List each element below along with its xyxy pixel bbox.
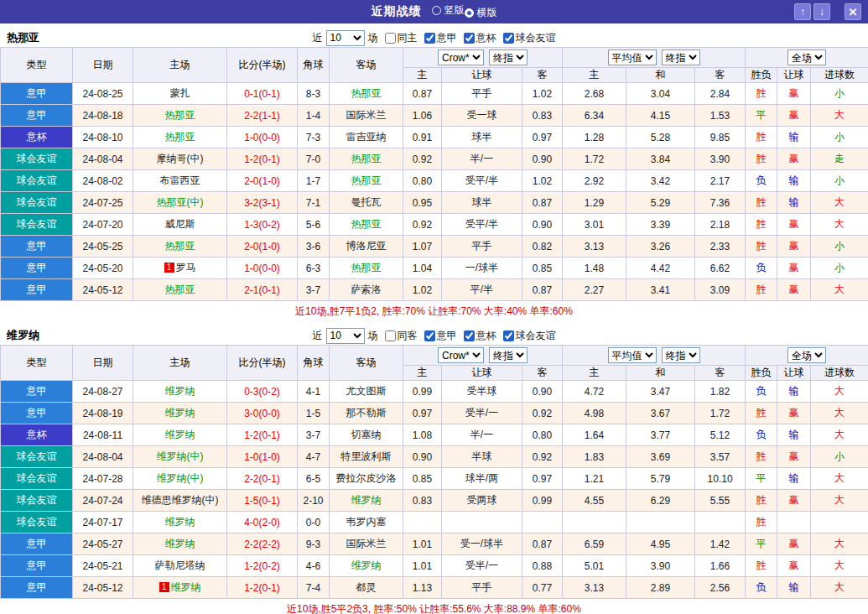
avg-away-odds: 3.09 — [695, 279, 746, 301]
home-team-name[interactable]: 萨勒尼塔纳 — [155, 559, 205, 571]
scroll-up-button[interactable]: ↑ — [794, 3, 811, 20]
away-team-name[interactable]: 切塞纳 — [351, 429, 382, 440]
home-team-name[interactable]: 维罗纳 — [165, 538, 195, 549]
away-team-name[interactable]: 特里波利斯 — [341, 450, 392, 462]
score[interactable]: 2-2(0-1) — [227, 468, 298, 490]
filter-checkbox-league-2[interactable]: 意杯 — [464, 329, 496, 343]
score[interactable]: 2-2(1-1) — [227, 105, 298, 127]
score[interactable]: 2-0(1-0) — [227, 236, 298, 258]
recent-games-select[interactable]: 10 — [326, 328, 365, 344]
filter-checkbox-league-1[interactable]: 意甲 — [424, 329, 457, 343]
checkbox-input[interactable] — [424, 330, 435, 341]
layout-radio-group: 竖版横版 — [432, 3, 497, 20]
home-team-name[interactable]: 维罗纳 — [165, 407, 195, 419]
checkbox-input[interactable] — [503, 330, 514, 341]
filter-checkbox-league-3[interactable]: 球会友谊 — [503, 31, 556, 45]
home-team-name[interactable]: 蒙扎 — [170, 87, 190, 99]
recent-games-select[interactable]: 10 — [326, 30, 365, 46]
score[interactable]: 1-2(0-1) — [227, 577, 298, 599]
score[interactable]: 1-3(0-2) — [227, 214, 298, 236]
away-team-name[interactable]: 博洛尼亚 — [346, 240, 387, 252]
score[interactable]: 1-2(0-2) — [227, 555, 298, 577]
checkbox-input[interactable] — [424, 33, 435, 44]
score[interactable]: 2-0(1-0) — [227, 170, 298, 192]
score[interactable]: 1-0(0-0) — [227, 127, 298, 148]
away-team-name[interactable]: 雷吉亚纳 — [346, 131, 387, 143]
closing-odds-select-2[interactable]: 终指 — [662, 347, 700, 363]
away-team-name[interactable]: 维罗纳 — [351, 494, 382, 506]
company-select[interactable]: Crow* — [438, 347, 484, 363]
home-team-name[interactable]: 威尼斯 — [165, 218, 195, 230]
checkbox-input[interactable] — [464, 33, 475, 44]
home-team-name[interactable]: 热那亚 — [165, 109, 195, 121]
away-team-name[interactable]: 萨索洛 — [351, 284, 382, 295]
home-team-name[interactable]: 维罗纳 — [165, 385, 195, 397]
filter-checkbox-league-2[interactable]: 意杯 — [464, 31, 496, 45]
closing-odds-select[interactable]: 终指 — [489, 347, 528, 363]
closing-odds-select-2[interactable]: 终指 — [662, 49, 700, 65]
score[interactable]: 0-3(0-2) — [227, 381, 298, 403]
home-team-name[interactable]: 维德思维罗纳(中) — [142, 494, 219, 506]
away-team-name[interactable]: 热那亚 — [351, 153, 382, 164]
away-team-name[interactable]: 那不勒斯 — [346, 407, 387, 419]
home-team-name[interactable]: 维罗纳 — [171, 581, 201, 593]
away-team-name[interactable]: 热那亚 — [351, 262, 382, 273]
average-select[interactable]: 平均值 — [608, 347, 657, 363]
score[interactable]: 2-2(2-2) — [227, 533, 298, 555]
away-team-name[interactable]: 曼托瓦 — [351, 196, 382, 208]
filter-checkbox-league-1[interactable]: 意甲 — [424, 31, 457, 45]
away-team-name[interactable]: 尤文图斯 — [346, 385, 387, 397]
filter-checkbox-league-3[interactable]: 球会友谊 — [503, 329, 556, 343]
summary-line: 近10场,胜7平1负2, 胜率:70% 让胜率:70% 大率:40% 单率:60… — [0, 301, 868, 321]
score[interactable]: 4-0(2-0) — [227, 512, 298, 533]
home-team-name[interactable]: 热那亚 — [165, 284, 195, 295]
away-team-name[interactable]: 国际米兰 — [346, 109, 387, 121]
match-scope-select[interactable]: 全场 — [787, 49, 826, 65]
score[interactable]: 2-1(0-1) — [227, 279, 298, 301]
score[interactable]: 0-1(0-1) — [227, 83, 298, 105]
score[interactable]: 1-0(0-0) — [227, 258, 298, 279]
scroll-down-button[interactable]: ↓ — [813, 3, 830, 20]
checkbox-input[interactable] — [503, 33, 514, 44]
checkbox-input[interactable] — [385, 33, 396, 44]
closing-odds-select[interactable]: 终指 — [489, 49, 528, 65]
home-team-name[interactable]: 维罗纳(中) — [157, 450, 204, 462]
checkbox-input[interactable] — [385, 330, 396, 341]
home-team-name[interactable]: 维罗纳(中) — [157, 472, 204, 484]
score[interactable]: 1-2(0-1) — [227, 148, 298, 170]
average-select[interactable]: 平均值 — [608, 49, 657, 65]
close-button[interactable]: ✕ — [845, 3, 861, 20]
home-team-name[interactable]: 摩纳哥(中) — [157, 153, 204, 164]
away-team-name[interactable]: 热那亚 — [351, 174, 382, 186]
away-team-name[interactable]: 国际米兰 — [346, 538, 387, 549]
score[interactable]: 1-5(0-1) — [227, 490, 298, 512]
home-team-name[interactable]: 热那亚(中) — [157, 196, 204, 208]
company-select[interactable]: Crow* — [438, 49, 484, 65]
away-team-name[interactable]: 都灵 — [356, 581, 377, 593]
away-team-name[interactable]: 费拉尔皮沙洛 — [336, 472, 397, 484]
window-title: 近期战绩 — [372, 4, 422, 19]
checkbox-input[interactable] — [464, 330, 475, 341]
home-team-name[interactable]: 热那亚 — [165, 240, 195, 252]
away-team-name[interactable]: 维罗纳 — [351, 559, 382, 571]
layout-radio-vertical[interactable]: 竖版 — [432, 3, 465, 18]
away-team-name[interactable]: 热那亚 — [351, 218, 382, 230]
handicap-odds-home: 0.92 — [403, 148, 442, 170]
layout-radio-horizontal[interactable]: 横版 — [465, 6, 497, 20]
score[interactable]: 1-2(0-1) — [227, 424, 298, 446]
filter-checkbox-same-venue[interactable]: 同主 — [385, 31, 418, 45]
home-team-name[interactable]: 维罗纳 — [165, 516, 195, 528]
corner-stat: 2-10 — [298, 490, 330, 512]
filter-checkbox-same-venue[interactable]: 同客 — [385, 329, 418, 343]
away-team-name[interactable]: 热那亚 — [351, 87, 382, 99]
match-scope-select[interactable]: 全场 — [787, 347, 826, 363]
home-team-name[interactable]: 热那亚 — [165, 131, 195, 143]
away-team-name[interactable]: 韦罗内塞 — [346, 516, 387, 528]
score[interactable]: 3-2(3-1) — [227, 192, 298, 214]
home-team-name[interactable]: 布雷西亚 — [160, 174, 200, 186]
score[interactable]: 3-0(0-0) — [227, 403, 298, 424]
col-header-avg_home: 主 — [563, 366, 626, 381]
home-team-name[interactable]: 罗马 — [176, 262, 196, 273]
score[interactable]: 1-0(1-0) — [227, 446, 298, 468]
home-team-name[interactable]: 维罗纳 — [165, 429, 195, 440]
